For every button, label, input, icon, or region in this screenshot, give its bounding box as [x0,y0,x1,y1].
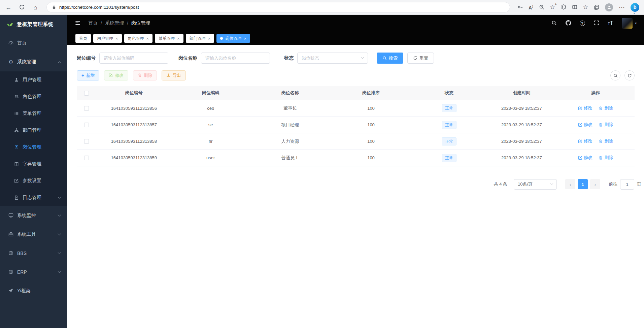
back-icon[interactable]: ← [5,4,12,10]
breadcrumb-home[interactable]: 首页 [88,20,98,26]
page-number-button[interactable]: 1 [578,179,588,189]
status-select[interactable]: 岗位状态 [297,53,368,64]
goto-page-input[interactable] [620,179,634,190]
sidebar-item-bbs[interactable]: BBS [0,244,67,263]
bing-sidebar-button[interactable]: b ▾ [631,3,639,12]
trash-icon [138,73,142,78]
search-button[interactable]: 搜索 [377,53,403,64]
close-icon[interactable]: × [146,36,149,41]
home-icon[interactable]: ⌂ [32,4,39,10]
toggle-search-button[interactable] [610,70,620,80]
split-screen-icon[interactable] [572,4,577,10]
font-size-icon[interactable] [608,20,613,26]
breadcrumb-system-mgmt[interactable]: 系统管理 [105,20,124,26]
tab-post-mgmt[interactable]: 岗位管理 × [216,34,250,43]
row-delete-label: 删除 [604,138,613,144]
close-icon[interactable]: × [244,36,246,41]
row-checkbox[interactable] [84,123,89,127]
row-edit-link[interactable]: 修改 [578,122,592,128]
sidebar-item-param-settings[interactable]: 参数设置 [0,172,67,189]
tab-role-mgmt[interactable]: 角色管理 × [124,34,153,43]
fullscreen-icon[interactable] [594,20,599,26]
cell-post-code: ceo [172,100,250,117]
zoom-icon[interactable] [539,4,544,10]
tab-dept-mgmt[interactable]: 部门管理 × [186,34,214,43]
row-delete-label: 删除 [604,122,613,128]
profile-avatar[interactable] [605,3,613,11]
sidebar-item-role-mgmt[interactable]: 角色管理 [0,88,67,105]
edit-button[interactable]: 修改 [104,70,128,80]
chevron-down-icon [58,269,61,273]
row-delete-link[interactable]: 删除 [599,155,613,161]
table-tools [610,70,635,80]
dashboard-icon [8,40,14,46]
row-delete-label: 删除 [604,105,613,111]
sidebar-item-system-tools[interactable]: 系统工具 [0,225,67,244]
reset-button-label: 重置 [419,55,428,61]
app-logo: 意框架管理系统 [0,15,67,34]
reset-button[interactable]: 重置 [407,53,434,64]
row-checkbox[interactable] [84,106,89,111]
favorites-add-icon[interactable]: ☆+ [550,4,555,11]
sidebar-item-erp[interactable]: ERP [0,263,67,282]
help-icon[interactable] [580,21,585,26]
row-delete-link[interactable]: 删除 [599,138,613,144]
row-delete-link[interactable]: 删除 [599,105,613,111]
sidebar-item-log-mgmt[interactable]: 日志管理 [0,189,67,206]
cell-post-name: 普通员工 [250,150,331,166]
sidebar-item-menu-mgmt[interactable]: 菜单管理 [0,105,67,122]
sidebar-item-label: ERP [17,269,27,275]
post-name-input[interactable] [201,53,270,64]
export-button[interactable]: 导出 [162,70,186,80]
tab-menu-mgmt[interactable]: 菜单管理 × [155,34,183,43]
page-content: 岗位编号 岗位名称 状态 岗位状态 搜索 [67,45,644,328]
sidebar-item-label: 菜单管理 [23,110,41,117]
chevron-down-icon [550,182,553,185]
user-menu[interactable]: ▾ [622,18,637,29]
search-icon[interactable] [551,20,557,26]
cell-post-code: hr [172,133,250,150]
row-delete-link[interactable]: 删除 [599,122,613,128]
tab-user-mgmt[interactable]: 用户管理 × [93,34,122,43]
refresh-icon[interactable] [18,4,26,10]
delete-button[interactable]: 删除 [133,70,157,80]
close-icon[interactable]: × [177,36,180,41]
sidebar-item-post-mgmt[interactable]: 岗位管理 [0,139,67,156]
row-checkbox[interactable] [84,156,89,160]
add-button[interactable]: + 新增 [77,70,99,80]
row-edit-link[interactable]: 修改 [578,138,592,144]
collections-icon[interactable] [594,4,599,10]
tab-home[interactable]: 首页 [75,34,91,43]
sidebar-item-home[interactable]: 首页 [0,34,67,53]
key-icon[interactable] [517,4,523,10]
post-code-input[interactable] [99,53,168,64]
sidebar-item-user-mgmt[interactable]: 用户管理 [0,71,67,88]
collapse-menu-icon[interactable] [75,20,81,27]
more-icon[interactable]: ⋯ [619,4,625,11]
sidebar: 意框架管理系统 首页 ⚙ 系统管理 用户管理 角 [0,15,67,328]
prev-page-button[interactable]: ‹ [565,179,575,189]
page-size-select[interactable]: 10条/页 [514,179,557,190]
select-all-checkbox[interactable] [84,91,89,96]
github-icon[interactable] [566,20,571,26]
sidebar-item-yi-framework[interactable]: Yi框架 [0,282,67,300]
close-icon[interactable]: × [208,36,211,41]
address-bar[interactable]: https://ccnetcore.com:1101/system/post [46,2,510,12]
sidebar-item-label: 参数设置 [23,178,41,184]
sidebar-item-system-monitor[interactable]: 系统监控 [0,206,67,225]
extensions-icon[interactable] [561,4,566,10]
row-edit-link[interactable]: 修改 [578,105,592,111]
close-icon[interactable]: × [115,36,118,41]
sidebar-item-system-mgmt[interactable]: ⚙ 系统管理 [0,53,67,71]
row-checkbox[interactable] [84,139,89,144]
refresh-table-button[interactable] [624,70,635,80]
favorites-icon[interactable]: ☆ [583,4,588,11]
sidebar-item-dict-mgmt[interactable]: 字典管理 [0,156,67,172]
next-page-button[interactable]: › [590,179,600,189]
row-edit-link[interactable]: 修改 [578,155,592,161]
id-badge-icon [13,144,19,150]
sidebar-item-dept-mgmt[interactable]: 部门管理 [0,122,67,139]
read-aloud-icon[interactable]: A [529,4,533,10]
sidebar-item-label: 部门管理 [23,127,41,133]
cell-post-sort: 100 [331,100,411,117]
